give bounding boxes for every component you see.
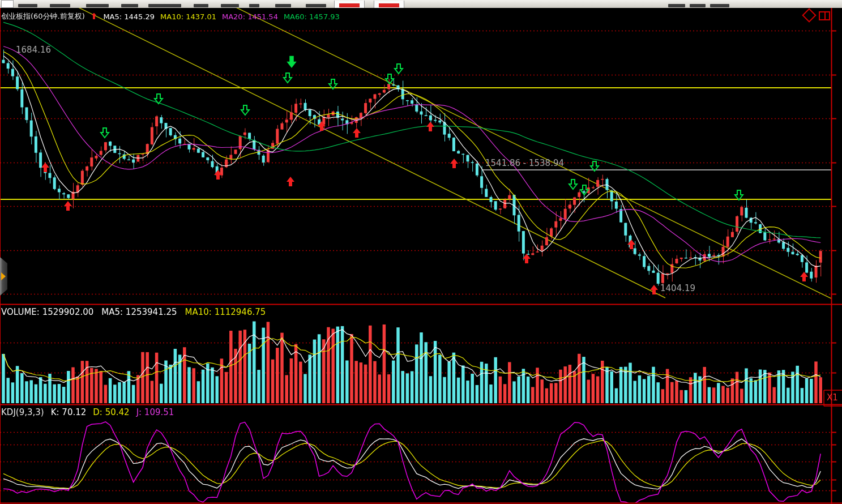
split-window-icon[interactable] [819, 11, 830, 20]
toolbar-menu-item[interactable] [249, 4, 259, 7]
toolbar-menu-item[interactable] [306, 4, 326, 7]
toolbar-menu-item[interactable] [690, 4, 706, 7]
toolbar-menu-item[interactable] [710, 4, 729, 7]
toolbar-menu-item[interactable] [275, 4, 291, 7]
toolbar-menu-item[interactable] [18, 4, 37, 7]
window-icon[interactable] [1, 0, 14, 8]
toolbar-menu-item[interactable] [148, 4, 181, 7]
sidebar-expand-handle[interactable] [0, 257, 7, 296]
toolbar-red-button[interactable] [334, 1, 365, 8]
toolbar-menu-item[interactable] [668, 4, 685, 7]
toolbar-menu-item[interactable] [86, 4, 109, 7]
toolbar-menu-item[interactable] [121, 4, 138, 7]
toolbar-menu-item[interactable] [194, 4, 208, 7]
zoom-scale-badge[interactable]: X1 [827, 392, 838, 403]
toolbar-red-button[interactable] [374, 1, 404, 8]
toolbar [0, 0, 842, 8]
toolbar-menu-item[interactable] [50, 4, 70, 7]
toolbar-menu-item[interactable] [221, 4, 239, 7]
expand-right-icon [1, 272, 6, 280]
chart-canvas[interactable] [0, 8, 842, 504]
trading-app-window: 创业板指(60分钟.前复权) ⬆ MA5: 1445.29 MA10: 1437… [0, 0, 842, 504]
